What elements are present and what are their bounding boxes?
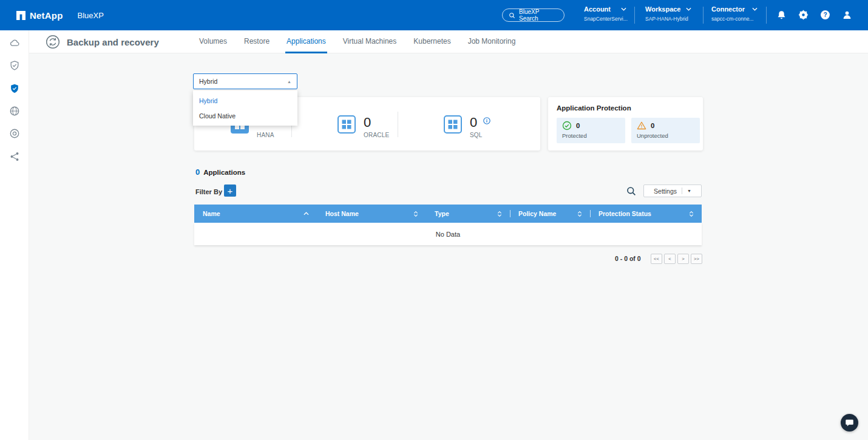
column-type[interactable]: Type [426,205,510,223]
divider [703,7,704,24]
tab-kubernetes[interactable]: Kubernetes [412,30,452,53]
tab-virtual-machines[interactable]: Virtual Machines [342,30,398,53]
brand: NetApp BlueXP [16,0,104,30]
service-tabs: Volumes Restore Applications Virtual Mac… [198,30,517,53]
column-name[interactable]: Name [194,205,317,223]
divider [682,188,682,194]
unprotected-count: 0 [651,122,654,129]
add-filter-button[interactable]: + [224,184,236,197]
unprotected-label: Unprotected [637,132,694,139]
settings-label: Settings [654,188,677,195]
tab-job-monitoring[interactable]: Job Monitoring [467,30,517,53]
filter-by-label: Filter By [195,188,222,195]
sort-icon[interactable] [689,211,694,217]
user-avatar-icon[interactable] [842,10,852,20]
column-divider [510,210,510,217]
pagination-range: 0 - 0 of 0 [615,255,641,262]
account-label: Account [584,5,611,13]
column-policy-name[interactable]: Policy Name [510,205,590,223]
tab-volumes[interactable]: Volumes [198,30,228,53]
divider [766,7,767,24]
tab-restore[interactable]: Restore [243,30,271,53]
sort-icon[interactable] [497,211,502,217]
chat-bubble-icon [845,418,854,427]
share-nodes-icon[interactable] [9,151,20,162]
column-label: Type [435,210,449,217]
search-icon [509,12,515,19]
target-icon[interactable] [9,128,20,139]
account-menu[interactable]: Account SnapCenterServi... [584,5,626,22]
shield-icon[interactable] [9,83,20,94]
bluexp-search[interactable]: BlueXP Search [502,8,565,22]
workspace-menu[interactable]: Workspace SAP-HANA-Hybrid [645,5,691,22]
divider [634,7,635,24]
chat-widget-button[interactable] [841,414,858,432]
oracle-app-icon [337,115,356,138]
oracle-label: ORACLE [364,132,389,138]
application-protection-card: Application Protection 0 Protected 0 Unp… [548,97,703,151]
settings-button[interactable]: Settings ▼ [643,184,702,197]
protected-count: 0 [576,122,580,129]
svg-text:?: ? [823,12,827,18]
protected-tile: 0 Protected [557,118,625,143]
app-type-select[interactable]: Hybrid ▲ [193,73,297,89]
netapp-logo-icon [16,11,25,20]
oracle-count: 0 [364,115,389,130]
oracle-summary: 0 ORACLE [337,115,389,138]
unprotected-tile: 0 Unprotected [631,118,700,143]
product-name: BlueXP [78,11,104,20]
protected-label: Protected [562,132,620,139]
option-hybrid[interactable]: Hybrid [193,93,297,108]
brand-name: NetApp [30,10,63,21]
next-page-button[interactable]: > [677,254,689,264]
option-cloud-native[interactable]: Cloud Native [193,108,297,123]
connector-label: Connector [711,5,745,13]
column-label: Host Name [325,210,359,217]
sort-asc-icon[interactable] [303,212,309,215]
sort-icon[interactable] [413,211,418,217]
warning-triangle-icon [637,121,646,130]
column-divider [590,210,591,217]
workspace-value: SAP-HANA-Hybrid [645,16,691,22]
bell-icon[interactable] [776,10,787,20]
chevron-up-icon: ▲ [287,80,291,84]
divider [398,112,398,137]
column-host-name[interactable]: Host Name [317,205,426,223]
pagination-controls: << < > >> [651,254,702,264]
help-icon[interactable]: ? [820,10,830,20]
sql-summary: 0 SQL [444,115,483,138]
cloud-icon[interactable] [9,38,20,49]
applications-table: Name Host Name Type [194,205,702,245]
search-label: BlueXP Search [519,8,558,22]
applications-heading: 0 Applications [195,168,245,177]
hana-label: HANA [257,132,274,138]
shield-check-icon[interactable] [9,60,20,71]
gear-icon[interactable] [798,10,809,20]
check-circle-icon [562,121,572,130]
chevron-down-icon [621,7,626,11]
prev-page-button[interactable]: < [664,254,676,264]
chevron-down-icon [686,7,691,11]
applications-count: 0 [195,168,200,177]
main-content: Hybrid ▲ Hybrid Cloud Native HANA 0 ORAC… [29,53,868,440]
sql-label: SQL [470,132,483,138]
page-title: Backup and recovery [67,30,159,53]
first-page-button[interactable]: << [651,254,662,264]
connector-menu[interactable]: Connector sapcc-cm-conne... [711,5,758,22]
connector-value: sapcc-cm-conne... [711,16,758,22]
chevron-down-icon: ▼ [687,189,691,193]
sort-icon[interactable] [577,211,582,217]
service-header: Backup and recovery Volumes Restore Appl… [29,30,868,53]
sql-app-icon [444,115,462,138]
account-value: SnapCenterServi... [584,16,626,22]
globe-icon[interactable] [9,106,20,117]
last-page-button[interactable]: >> [691,254,702,264]
tab-applications[interactable]: Applications [285,30,327,53]
app-type-select-value: Hybrid [199,78,217,85]
column-protection-status[interactable]: Protection Status [590,205,702,223]
column-label: Policy Name [518,210,556,217]
chevron-down-icon [752,7,758,11]
info-icon[interactable] [483,117,490,124]
table-header: Name Host Name Type [194,205,702,223]
search-icon[interactable] [626,186,636,196]
